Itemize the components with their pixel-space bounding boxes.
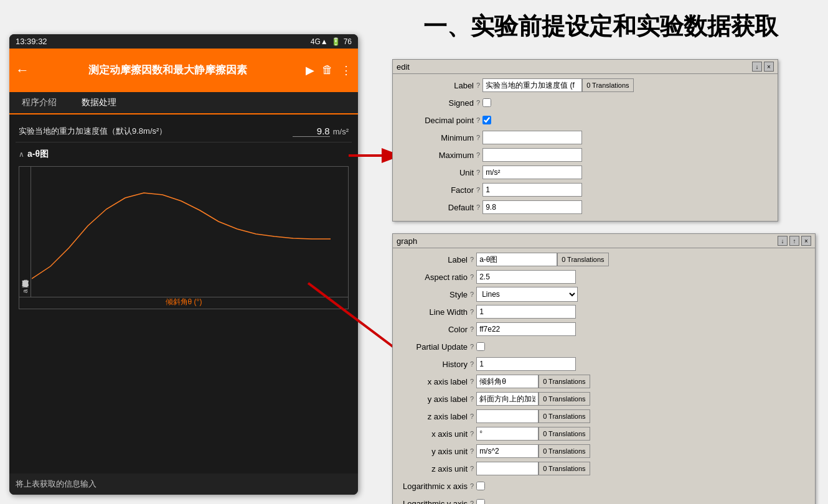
y-axis-label-help[interactable]: ? (470, 395, 474, 403)
expand-icon[interactable]: ∧ (19, 150, 24, 159)
gravity-unit: m/s² (333, 127, 349, 136)
decimal-field-row: Decimal point ? (399, 113, 771, 128)
factor-field-row: Factor ? (399, 182, 771, 197)
style-row: Style ? Lines Dots Bars (399, 287, 809, 302)
x-axis-label-translations-btn[interactable]: 0 Translations (539, 375, 590, 388)
aspect-help[interactable]: ? (470, 273, 474, 281)
label-help-icon[interactable]: ? (476, 82, 480, 89)
aspect-input[interactable] (476, 270, 576, 284)
graph-label-label: Label (399, 255, 468, 264)
maximum-help-icon[interactable]: ? (476, 151, 480, 159)
maximum-field-input[interactable] (482, 148, 582, 162)
x-axis-unit-translations-btn[interactable]: 0 Translations (539, 427, 590, 441)
unit-field-input[interactable] (482, 166, 582, 179)
history-input[interactable] (476, 357, 576, 371)
y-axis-label-label: y axis label (399, 394, 468, 404)
linewidth-help[interactable]: ? (470, 308, 474, 315)
tab-intro[interactable]: 程序介绍 (9, 92, 69, 114)
signed-checkbox[interactable] (482, 98, 491, 107)
delete-button[interactable]: 🗑 (322, 63, 333, 77)
style-label: Style (399, 290, 468, 299)
tab-data[interactable]: 数据处理 (69, 92, 129, 114)
unit-help-icon[interactable]: ? (476, 169, 480, 176)
graph-panel-down-btn[interactable]: ↓ (778, 236, 788, 246)
default-field-label: Default (399, 203, 474, 212)
history-row: History ? (399, 357, 809, 371)
graph-panel-up-btn[interactable]: ↑ (789, 236, 799, 246)
maximum-field-row: Maximum ? (399, 147, 771, 162)
decimal-help-icon[interactable]: ? (476, 116, 480, 124)
x-axis-unit-label: x axis unit (399, 429, 468, 439)
signed-help-icon[interactable]: ? (476, 99, 480, 106)
graph-section-header: ∧ a-θ图 (16, 146, 352, 163)
y-axis-unit-help[interactable]: ? (470, 447, 474, 455)
y-axis-unit-row: y axis unit ? 0 Translations (399, 444, 809, 459)
z-axis-unit-translations-btn[interactable]: 0 Translations (539, 462, 590, 475)
aspect-ratio-row: Aspect ratio ? (399, 269, 809, 284)
minimum-field-input[interactable] (482, 131, 582, 144)
factor-field-label: Factor (399, 185, 474, 195)
more-button[interactable]: ⋮ (341, 63, 352, 77)
style-help[interactable]: ? (470, 291, 474, 298)
y-axis-label-row: y axis label ? 0 Translations (399, 391, 809, 406)
y-axis-unit-label: y axis unit (399, 447, 468, 456)
back-button[interactable]: ← (16, 62, 29, 78)
log-x-checkbox[interactable] (476, 482, 485, 490)
log-y-help[interactable]: ? (470, 500, 474, 504)
gravity-value[interactable]: 9.8 (293, 126, 330, 137)
partial-checkbox[interactable] (476, 342, 485, 351)
color-label: Color (399, 325, 468, 334)
phone-title-bar: ← 测定动摩擦因数和最大静摩擦因素 ▶ 🗑 ⋮ (9, 49, 358, 92)
x-axis-unit-input[interactable] (476, 427, 539, 441)
play-button[interactable]: ▶ (306, 63, 314, 77)
linewidth-label: Line Width (399, 307, 468, 317)
log-x-help[interactable]: ? (470, 482, 474, 490)
graph-section-title: a-θ图 (27, 149, 49, 160)
graph-panel-title: graph (397, 236, 417, 246)
log-x-row: Logarithmic x axis ? (399, 478, 809, 493)
partial-help[interactable]: ? (470, 343, 474, 350)
y-axis-label-input[interactable] (476, 392, 539, 406)
z-axis-unit-help[interactable]: ? (470, 465, 474, 472)
minimum-help-icon[interactable]: ? (476, 134, 480, 141)
decimal-checkbox[interactable] (482, 116, 491, 124)
edit-panel-close-btn[interactable]: × (764, 62, 774, 72)
z-axis-unit-input[interactable] (476, 462, 539, 475)
graph-panel-close-btn[interactable]: × (801, 236, 811, 246)
log-y-row: Logarithmic y axis ? (399, 496, 809, 504)
label-field-input[interactable] (482, 78, 582, 92)
graph-label-help[interactable]: ? (470, 256, 474, 263)
log-y-checkbox[interactable] (476, 499, 485, 504)
color-help[interactable]: ? (470, 325, 474, 333)
edit-panel-titlebar: edit ↓ × (393, 60, 778, 74)
linewidth-input[interactable] (476, 305, 576, 319)
history-help[interactable]: ? (470, 360, 474, 368)
factor-field-input[interactable] (482, 183, 582, 197)
graph-label-input[interactable] (476, 253, 557, 266)
edit-panel-down-btn[interactable]: ↓ (752, 62, 762, 72)
x-axis-label-input[interactable] (476, 375, 539, 388)
graph-panel: graph ↓ ↑ × Label ? 0 Translations Aspec… (392, 233, 816, 504)
color-input[interactable] (476, 322, 576, 336)
unit-field-row: Unit ? (399, 165, 771, 180)
y-axis-label-translations-btn[interactable]: 0 Translations (539, 392, 590, 406)
z-axis-label-help[interactable]: ? (470, 413, 474, 420)
y-axis-unit-translations-btn[interactable]: 0 Translations (539, 444, 590, 458)
factor-help-icon[interactable]: ? (476, 186, 480, 194)
decimal-field-label: Decimal point (399, 116, 474, 125)
z-axis-label-label: z axis label (399, 412, 468, 421)
label-translations-btn[interactable]: 0 Translations (582, 78, 633, 92)
x-axis-label-help[interactable]: ? (470, 378, 474, 385)
status-time: 13:39:32 (16, 37, 47, 46)
z-axis-label-translations-btn[interactable]: 0 Translations (539, 409, 590, 423)
y-axis-unit-input[interactable] (476, 444, 539, 458)
z-axis-unit-label: z axis unit (399, 464, 468, 474)
x-axis-unit-help[interactable]: ? (470, 430, 474, 437)
style-select[interactable]: Lines Dots Bars (476, 287, 578, 302)
graph-label-translations-btn[interactable]: 0 Translations (557, 253, 608, 266)
z-axis-label-input[interactable] (476, 409, 539, 423)
graph-label-row: Label ? 0 Translations (399, 252, 809, 267)
default-help-icon[interactable]: ? (476, 203, 480, 211)
gravity-input-row: 实验当地的重力加速度值（默认9.8m/s²） 9.8 m/s² (16, 121, 352, 142)
default-field-input[interactable] (482, 200, 582, 214)
